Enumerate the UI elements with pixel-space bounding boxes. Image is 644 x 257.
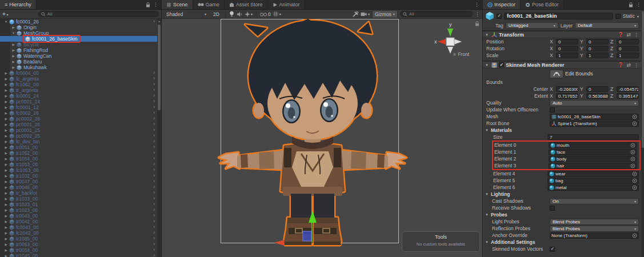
prefab-open-chevron[interactable]: › [153,161,155,167]
inspector-menu-icon[interactable]: ⋮ [636,2,641,7]
material-object-field[interactable]: hair [549,163,637,169]
hierarchy-item-Mukuhawk[interactable]: ▶ Mukuhawk [0,65,157,70]
prefab-open-chevron[interactable]: › [153,19,155,24]
expand-arrow-icon[interactable]: ▶ [3,87,9,93]
hierarchy-item-tr1032_00[interactable]: ▶ tr1032_00› [0,173,157,179]
prefab-open-chevron[interactable]: › [153,93,155,98]
reflection-probes-dropdown[interactable]: Blend Probes▾ [550,226,639,232]
material-object-field[interactable]: mouth [549,142,637,148]
gizmo-x-axis-arrow[interactable] [274,240,284,246]
hierarchy-item-fc2042_00[interactable]: ▶ fc2042_00› [0,230,157,236]
hierarchy-item-FishingRod[interactable]: ▶ FishingRod [0,47,157,53]
hierarchy-item-pc0002_25[interactable]: ▶ pc0002_25› [0,133,157,139]
scene-lighting-icon[interactable] [229,11,234,17]
static-dropdown-icon[interactable]: ▾ [637,14,639,18]
prefab-open-chevron[interactable]: › [153,201,155,207]
expand-arrow-icon[interactable]: ▶ [3,213,9,219]
hierarchy-item-fc_argenta[interactable]: ▶ fc_argenta› [0,76,157,82]
scene-viewport[interactable]: y x ≡ Front Tools No custom tools availa… [162,19,483,257]
object-picker-icon[interactable] [632,114,637,119]
mesh-object-field[interactable]: fc0001_26_baseSkin [550,114,639,120]
hierarchy-item-WateringCan[interactable]: ▶ WateringCan [0,53,157,59]
prefab-open-chevron[interactable]: › [153,138,155,144]
expand-arrow-icon[interactable]: ▶ [3,253,9,257]
static-checkbox[interactable] [615,14,621,19]
object-picker-icon[interactable] [630,163,635,168]
gameobject-cube-icon[interactable] [485,11,494,21]
tag-dropdown[interactable]: Untagged▾ [506,22,558,29]
hud-lock-icon[interactable] [475,21,479,26]
center-y-field[interactable]: 0 [586,86,609,92]
prefab-open-chevron[interactable]: › [153,127,155,132]
tab-game[interactable]: Game [193,0,225,9]
prefab-open-chevron[interactable]: › [153,121,155,127]
rotation-z-field[interactable]: 0 [617,46,639,51]
expand-arrow-icon[interactable]: ▶ [3,167,9,173]
position-y-field[interactable]: 0 [586,39,609,45]
expand-arrow-icon[interactable]: ▶ [3,127,9,133]
root-bone-object-field[interactable]: Spine1 (Transform) [550,121,639,127]
tab-scene[interactable]: Scene [162,0,193,9]
expand-arrow-icon[interactable]: ▶ [3,70,9,76]
expand-arrow-icon[interactable]: ▶ [3,156,9,162]
expand-arrow-icon[interactable]: ▶ [3,230,9,236]
center-x-field[interactable]: -0.266300 [556,86,578,92]
foldout-icon[interactable]: ▼ [485,33,490,37]
scrollbar-thumb[interactable] [642,11,644,148]
hierarchy-item-tr1045_00[interactable]: ▶ tr1045_00› [0,253,157,257]
prefab-open-chevron[interactable]: › [153,104,155,110]
object-picker-icon[interactable] [630,143,635,148]
tab-animator[interactable]: Animator [268,0,305,9]
rotation-y-field[interactable]: 0 [586,46,609,51]
gizmo-cube[interactable] [446,38,454,46]
extent-x-field[interactable]: 0.7176521 [556,93,578,99]
hierarchy-item-tr1023_00[interactable]: ▶ tr1023_00› [0,207,157,213]
hierarchy-item-fc0001_24[interactable]: ▶ fc0001_24› [0,93,157,99]
object-picker-icon[interactable] [630,150,635,155]
expand-arrow-icon[interactable]: ▶ [3,184,9,190]
smr-header[interactable]: ▼ Skinned Mesh Renderer ❓⇄⋮ [483,61,641,69]
scene-menu-icon[interactable]: ⋮ [475,11,480,17]
hierarchy-item-tr1023_01[interactable]: ▶ tr1023_01› [0,202,157,207]
hierarchy-item-fc1053_00[interactable]: ▶ fc1053_00› [0,167,157,173]
rotation-x-field[interactable]: 0 [556,46,578,51]
expand-arrow-icon[interactable]: ▶ [3,173,9,179]
hierarchy-item-tr1052_00[interactable]: ▶ tr1052_00› [0,150,157,156]
hierarchy-item-tr_argenta[interactable]: ▶ tr_argenta› [0,87,157,93]
hierarchy-item-fc0043_00[interactable]: ▶ fc0043_00› [0,224,157,230]
help-icon[interactable]: ❓ [618,32,623,38]
shading-mode-dropdown[interactable]: Shaded▾ [164,10,209,18]
prefab-open-chevron[interactable]: › [153,207,155,212]
prefab-open-chevron[interactable]: › [153,70,155,75]
hierarchy-search-input[interactable]: All [38,11,159,17]
expand-arrow-icon[interactable]: ▼ [11,30,16,36]
prefab-open-chevron[interactable]: › [153,230,155,235]
hierarchy-item-tr0053_00[interactable]: ▶ tr0053_00› [0,242,157,247]
quality-dropdown[interactable]: Auto▾ [550,100,639,106]
prefab-open-chevron[interactable]: › [153,184,155,190]
prefab-open-chevron[interactable]: › [153,115,155,121]
hierarchy-item-tr0054_00[interactable]: ▶ tr0054_00› [0,247,157,253]
expand-arrow-icon[interactable]: ▶ [3,196,9,202]
prefab-open-chevron[interactable]: › [153,224,155,230]
expand-arrow-icon[interactable]: ▶ [3,99,9,105]
materials-size-field[interactable]: 7 [547,134,639,140]
object-picker-icon[interactable] [632,185,637,190]
expand-arrow-icon[interactable]: ▶ [11,47,16,53]
inspector-scrollbar[interactable] [641,10,644,257]
hierarchy-item-tr0051_00[interactable]: ▶ tr0051_00› [0,144,157,150]
prefab-open-chevron[interactable]: › [153,110,155,115]
hierarchy-item-tr1033_00[interactable]: ▶ tr1033_00› [0,196,157,202]
expand-arrow-icon[interactable]: ▼ [3,19,9,25]
bottom-cone[interactable] [447,47,453,54]
additional-settings-foldout[interactable]: ▼Additional Settings [483,239,641,246]
hierarchy-item-fc0001_26[interactable]: ▼ fc0001_26› [0,19,157,25]
foldout-icon[interactable]: ▼ [485,63,490,67]
component-menu-icon[interactable]: ⋮ [634,62,639,68]
hierarchy-item-tr1053_00[interactable]: ▶ tr1053_00› [0,162,157,167]
create-button[interactable]: + ▾ [2,11,9,17]
prefab-open-chevron[interactable]: › [153,98,155,104]
x-axis-cone[interactable] [438,39,446,45]
expand-arrow-icon[interactable]: ▶ [3,202,9,207]
gizmo-xy-plane-handle[interactable] [303,231,311,241]
